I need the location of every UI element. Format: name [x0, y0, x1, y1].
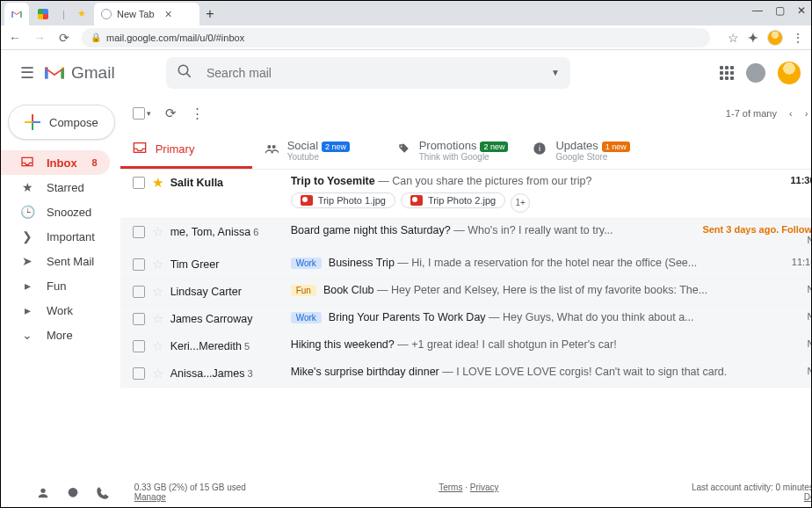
date: Nov 4 — [808, 366, 812, 376]
tab-updates[interactable]: iUpdates1 newGoogle Store — [520, 131, 652, 169]
main-menu-button[interactable]: ☰ — [11, 63, 43, 83]
window-close[interactable]: ✕ — [797, 4, 806, 17]
tab-social[interactable]: Social2 newYoutube — [252, 131, 384, 169]
row-checkbox[interactable] — [133, 286, 145, 298]
nav-work[interactable]: ▸Work — [1, 298, 110, 323]
manage-storage-link[interactable]: Manage — [134, 492, 166, 502]
bookmark-icon[interactable]: ☆ — [728, 31, 739, 45]
star-icon[interactable]: ☆ — [152, 284, 163, 300]
compose-label: Compose — [49, 116, 98, 129]
forward-button[interactable]: → — [33, 31, 47, 45]
gmail-favicon — [11, 10, 22, 19]
email-row[interactable]: ★Salit KullaTrip to Yosemite — Can you s… — [120, 170, 812, 219]
address-bar[interactable]: 🔒 mail.google.com/mail/u/0/#inbox — [82, 28, 710, 47]
promotions-icon — [396, 142, 410, 157]
more-attachments[interactable]: 1+ — [511, 193, 530, 213]
profile-avatar[interactable] — [767, 30, 783, 46]
account-avatar[interactable] — [778, 62, 801, 84]
activity-text: Last account activity: 0 minutes ago — [692, 483, 812, 492]
page-range: 1-7 of many — [726, 108, 777, 119]
label-icon: ▸ — [20, 279, 34, 293]
row-checkbox[interactable] — [133, 313, 145, 325]
search-input[interactable] — [205, 65, 539, 81]
mail-toolbar: ▾ ⟳ ⋮ 1-7 of many ‹ › ⚙ — [120, 96, 812, 131]
new-tab-button[interactable]: + — [199, 3, 221, 25]
row-checkbox[interactable] — [133, 177, 145, 189]
email-row[interactable]: ☆James CarrowayWorkBring Your Parents To… — [120, 306, 812, 333]
subject: Trip to Yosemite — [291, 175, 375, 187]
star-icon[interactable]: ★ — [152, 175, 163, 191]
window-minimize[interactable]: — — [752, 4, 763, 17]
window-maximize[interactable]: ▢ — [775, 4, 785, 17]
row-checkbox[interactable] — [133, 226, 145, 238]
details-link[interactable]: Details — [804, 492, 812, 502]
google-apps-icon[interactable] — [720, 66, 734, 80]
svg-point-0 — [178, 65, 188, 75]
browser-tab-3[interactable] — [69, 3, 94, 25]
select-all-checkbox[interactable]: ▾ — [133, 107, 151, 120]
subject: Book Club — [323, 284, 374, 296]
tab-label: Primary — [156, 142, 195, 156]
tab-label: Updates — [555, 139, 598, 152]
nav-inbox[interactable]: Inbox8 — [1, 150, 110, 175]
row-checkbox[interactable] — [133, 258, 145, 271]
star-icon[interactable]: ☆ — [152, 311, 163, 327]
browser-menu-icon[interactable]: ⋮ — [792, 31, 804, 45]
storage-text: 0.33 GB (2%) of 15 GB used — [134, 483, 246, 492]
category-label: Fun — [291, 285, 316, 296]
svg-text:i: i — [539, 144, 540, 153]
nav-starred[interactable]: ★Starred — [1, 175, 110, 200]
tab-divider: | — [55, 3, 69, 25]
date: 11:30 AM — [790, 175, 812, 185]
star-icon[interactable]: ☆ — [152, 366, 163, 381]
browser-tab-2[interactable] — [31, 3, 55, 25]
browser-tab-gmail-icon[interactable] — [4, 3, 29, 25]
more-actions-button[interactable]: ⋮ — [191, 105, 204, 121]
nav-snoozed[interactable]: 🕒Snoozed — [1, 200, 110, 224]
reload-button[interactable]: ⟳ — [57, 31, 71, 45]
attachment-chip[interactable]: Trip Photo 2.jpg — [401, 192, 505, 208]
tab-primary[interactable]: Primary — [120, 131, 252, 169]
email-row[interactable]: ☆Tim GreerWorkBusiness Trip — Hi, I made… — [120, 251, 812, 279]
email-row[interactable]: ☆Keri...Meredith5Hiking this weekend? — … — [120, 333, 812, 360]
extensions-icon[interactable]: ✦ — [748, 31, 758, 45]
search-bar[interactable]: ▼ — [166, 57, 570, 89]
prev-page-button[interactable]: ‹ — [789, 108, 793, 119]
email-row[interactable]: ☆me, Tom, Anissa6Board game night this S… — [120, 219, 812, 251]
row-checkbox[interactable] — [133, 340, 145, 352]
email-row[interactable]: ☆Anissa...James3Mike's surprise birthday… — [120, 360, 812, 388]
phone-icon[interactable] — [96, 486, 110, 504]
star-icon[interactable]: ☆ — [152, 338, 163, 354]
next-page-button[interactable]: › — [805, 108, 808, 119]
nav-fun[interactable]: ▸Fun — [1, 273, 110, 298]
nav-sent-mail[interactable]: ➤Sent Mail — [1, 249, 110, 273]
attachment-chip[interactable]: Trip Photo 1.jpg — [291, 192, 395, 208]
browser-tab-newtab[interactable]: New Tab × — [94, 3, 199, 25]
person-icon[interactable] — [36, 486, 50, 504]
row-checkbox[interactable] — [133, 367, 145, 380]
date: 11:16 AM — [792, 257, 812, 267]
terms-link[interactable]: Terms — [439, 483, 462, 492]
back-button[interactable]: ← — [8, 31, 22, 45]
refresh-button[interactable]: ⟳ — [165, 105, 177, 121]
date: Nov 5 — [808, 284, 812, 294]
snippet: — I LOVE LOVE LOVE corgis! Can't wait to… — [439, 366, 728, 378]
privacy-link[interactable]: Privacy — [470, 483, 499, 492]
category-label: Work — [291, 258, 322, 269]
nav-important[interactable]: ❯Important — [1, 224, 110, 249]
nav-more[interactable]: ⌄More — [1, 323, 110, 347]
tab-title: New Tab — [117, 9, 155, 19]
category-label: Work — [291, 312, 322, 323]
email-row[interactable]: ☆Lindsay CarterFunBook Club — Hey Peter … — [120, 279, 812, 306]
nav-label: Important — [47, 230, 98, 243]
hangouts-icon[interactable] — [66, 486, 80, 504]
close-icon[interactable]: × — [165, 7, 172, 21]
search-options-icon[interactable]: ▼ — [551, 68, 560, 77]
star-icon[interactable]: ☆ — [152, 224, 163, 240]
star-icon[interactable]: ☆ — [152, 257, 163, 272]
compose-button[interactable]: Compose — [8, 105, 115, 140]
gmail-logo[interactable]: Gmail — [43, 63, 166, 83]
tab-promotions[interactable]: Promotions2 newThink with Google — [384, 131, 521, 169]
snippet: — Can you share the pictures from our tr… — [375, 175, 592, 187]
notifications-icon[interactable] — [746, 63, 765, 83]
